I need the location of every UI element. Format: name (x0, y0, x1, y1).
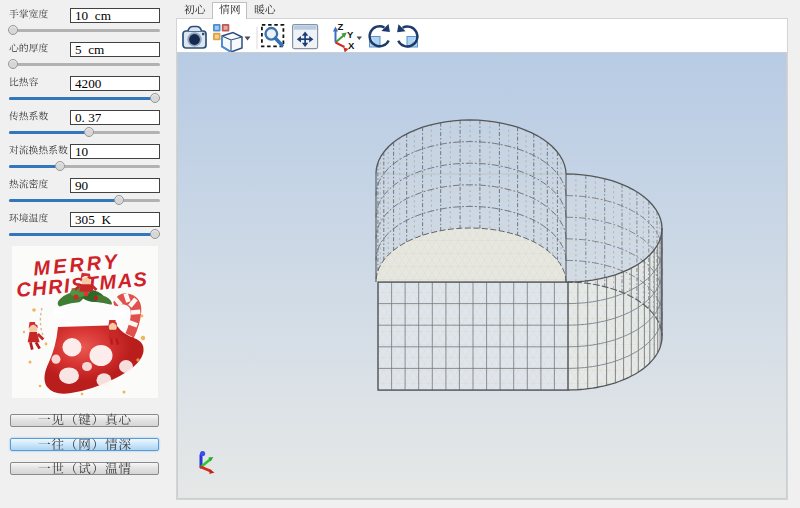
svg-text:Y: Y (347, 29, 354, 40)
svg-text:X: X (348, 40, 355, 51)
svg-text:Z: Z (338, 21, 344, 32)
